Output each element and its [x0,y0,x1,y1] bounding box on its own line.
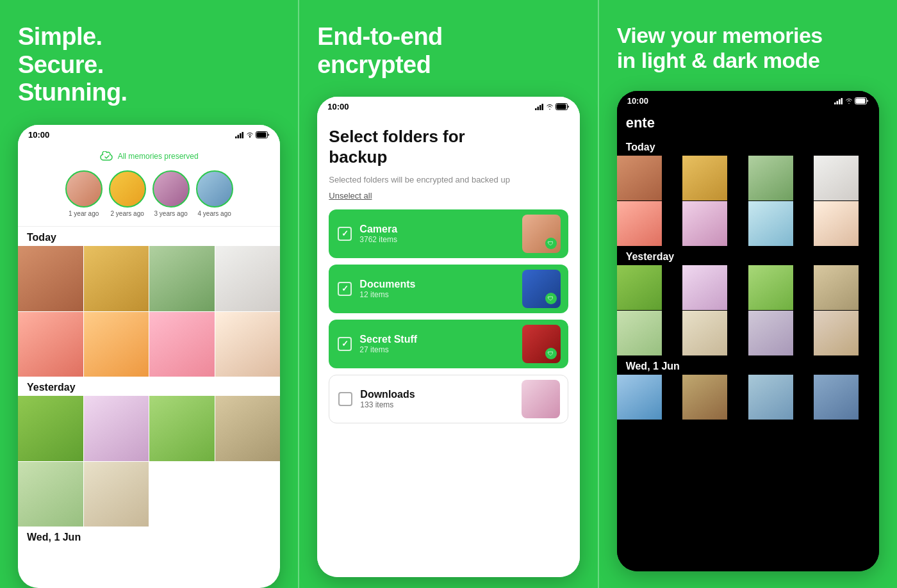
svg-rect-9 [539,105,541,110]
year-item: 4 years ago [196,170,233,217]
photo-cell [84,312,149,377]
section-yesterday-dark-container: Yesterday [617,246,879,265]
folder-item-documents[interactable]: ✓ Documents 12 items 🛡 [329,265,568,313]
year-label-1: 1 year ago [69,210,99,217]
photo-cell-dark [814,265,859,310]
svg-point-18 [848,102,849,103]
photo-cell-dark [682,375,727,420]
folder-item-downloads[interactable]: Downloads 133 items [329,375,568,423]
folder-thumb-camera: 🛡 [522,215,561,253]
svg-rect-3 [242,132,244,138]
photo-cell [18,246,83,311]
svg-rect-2 [240,133,242,138]
svg-rect-10 [541,104,543,110]
status-bar-1: 10:00 [18,125,280,145]
wifi-icon-3 [846,98,852,104]
year-item: 3 years ago [152,170,190,217]
svg-rect-13 [556,104,566,110]
svg-rect-14 [834,102,836,104]
section-wed-dark-container: Wed, 1 Jun [617,355,879,375]
photo-cell [215,396,281,461]
years-row: 1 year ago 2 years ago 3 years ago 4 yea… [65,168,233,222]
photo-cell-dark [617,265,662,310]
photo-cell-dark [748,265,793,310]
photo-grid-yesterday-dark [617,265,879,355]
panel-3: View your memoriesin light & dark mode 1… [598,0,897,588]
folder-checkbox-secret: ✓ [338,337,352,351]
panel-1: Simple.Secure.Stunning. 10:00 [0,0,298,588]
photo-cell [215,312,281,377]
svg-rect-15 [836,101,838,104]
section-today-dark: Today [626,142,870,153]
photo-cell-dark [682,311,727,355]
status-time-2: 10:00 [327,102,349,111]
folder-checkbox-downloads [338,392,352,406]
dark-app-content: ente Today Yesterday [617,111,879,571]
folder-subtitle: Selected folders will be encrypted and b… [329,175,568,184]
year-circle-1 [65,170,103,208]
shield-icon-docs: 🛡 [545,293,557,304]
shield-icon-secret: 🛡 [545,348,557,359]
photo-cell-dark [748,311,793,355]
folder-item-secret[interactable]: ✓ Secret Stuff 27 items 🛡 [329,320,568,368]
status-icons-1 [235,131,270,138]
year-circle-4 [196,170,233,208]
svg-rect-20 [855,99,865,104]
photo-cell-dark [814,311,859,355]
unselect-all-button[interactable]: Unselect all [329,191,568,200]
badge-text: All memories preserved [118,152,199,161]
svg-point-11 [549,109,550,110]
svg-rect-17 [841,98,843,104]
photo-cell-dark [617,375,662,420]
photo-cell [149,246,215,311]
year-item: 1 year ago [65,170,103,217]
svg-rect-7 [535,108,537,110]
status-time-1: 10:00 [28,130,49,140]
checkmark-docs: ✓ [342,284,349,293]
photo-cell-dark [814,201,859,246]
section-yesterday: Yesterday [18,377,280,396]
status-bar-2: 10:00 [317,97,579,117]
svg-rect-8 [537,106,539,110]
folder-checkbox-camera: ✓ [338,227,352,241]
photo-grid-yesterday [18,396,280,527]
year-circle-2 [109,170,146,208]
photo-cell [149,312,215,377]
folder-thumb-downloads [522,380,560,418]
photo-cell-dark [748,375,793,420]
folder-content: Select folders forbackup Selected folder… [317,117,579,577]
year-label-4: 4 years ago [198,210,231,217]
photo-cell-dark [617,156,662,200]
folder-title: Select folders forbackup [329,127,568,167]
panel-2: End-to-endencrypted 10:00 [298,0,597,588]
photo-cell-dark [748,156,793,200]
split-section: Yesterday Wed, 1 Jun [617,246,879,420]
section-wed: Wed, 1 Jun [18,527,280,546]
panel-3-heading: View your memoriesin light & dark mode [617,23,879,73]
photo-cell [18,312,83,377]
battery-icon [256,131,270,138]
folder-thumb-secret: 🛡 [522,325,561,363]
signal-icon-3 [834,98,843,104]
memories-badge: All memories preserved [100,151,199,161]
phone-mockup-1: 10:00 [18,125,280,588]
photo-cell [149,396,215,461]
photo-cell-dark [748,201,793,246]
memories-header: All memories preserved 1 year ago 2 year… [18,145,280,227]
photo-cell-dark [682,201,727,246]
battery-icon-2 [555,103,570,110]
year-item: 2 years ago [109,170,146,217]
photo-cell-dark [617,311,662,355]
year-label-2: 2 years ago [111,210,144,217]
phone-mockup-2: 10:00 [317,97,579,577]
photo-cell [84,246,149,311]
photo-cell-dark [814,375,859,420]
section-today-dark-container: Today [617,136,879,156]
photo-grid-wed-dark [617,375,879,420]
phone-mockup-3: 10:00 [617,91,879,571]
photo-cell [84,462,149,527]
status-bar-3: 10:00 [617,91,879,111]
folder-item-camera[interactable]: ✓ Camera 3762 items 🛡 [329,209,568,258]
signal-icon-2 [535,104,544,110]
svg-rect-16 [839,99,841,104]
